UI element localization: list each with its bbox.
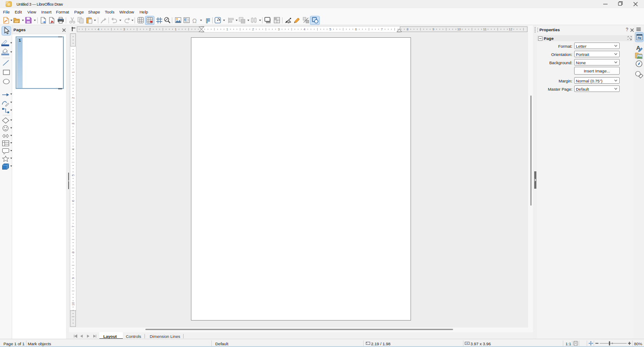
svg-text:12: 12 xyxy=(509,27,512,31)
svg-text:10: 10 xyxy=(71,302,75,305)
svg-text:1: 1 xyxy=(71,71,75,73)
svg-text:9: 9 xyxy=(71,277,75,279)
svg-text:7: 7 xyxy=(381,27,383,31)
svg-text:Ω: Ω xyxy=(192,17,197,24)
svg-text:1: 1 xyxy=(227,27,228,31)
svg-text:3: 3 xyxy=(123,27,125,31)
svg-text:2: 2 xyxy=(71,97,75,99)
svg-text:3: 3 xyxy=(71,123,75,124)
svg-text:F: F xyxy=(206,17,210,24)
svg-text:4: 4 xyxy=(98,27,99,31)
svg-text:6: 6 xyxy=(355,27,357,31)
svg-text:3: 3 xyxy=(278,27,279,31)
svg-text:2: 2 xyxy=(252,27,254,31)
svg-text:6: 6 xyxy=(71,200,75,202)
svg-text:8: 8 xyxy=(407,27,408,31)
svg-text:A: A xyxy=(185,18,187,21)
svg-text:9: 9 xyxy=(432,27,434,31)
svg-text:11: 11 xyxy=(483,27,486,31)
svg-text:10: 10 xyxy=(457,27,461,31)
svg-text:4: 4 xyxy=(304,27,306,31)
svg-text:8: 8 xyxy=(71,252,75,253)
svg-text:7: 7 xyxy=(71,226,75,227)
svg-text:4: 4 xyxy=(71,148,75,150)
svg-text:5: 5 xyxy=(329,27,331,31)
svg-text:5: 5 xyxy=(71,174,75,176)
svg-text:2: 2 xyxy=(149,27,151,31)
svg-text:1: 1 xyxy=(175,27,177,31)
